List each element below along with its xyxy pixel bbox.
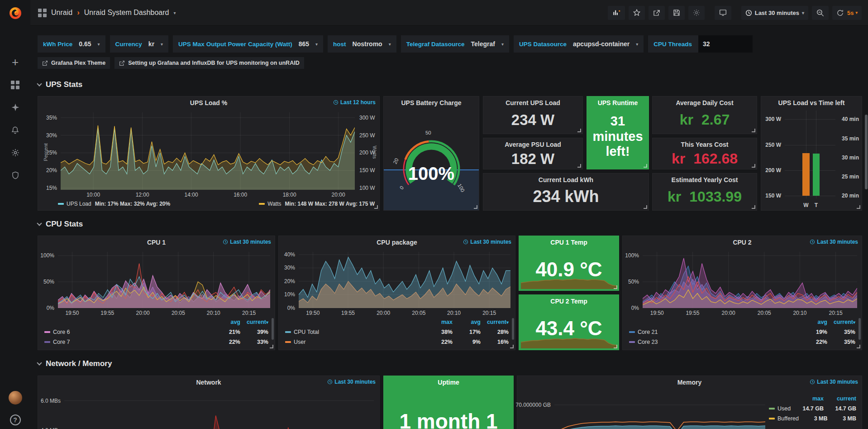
legend-header-current[interactable]: current▾	[240, 319, 268, 325]
memory-chart[interactable]: 70.000000 GB60.000000 GB50.000000 GB	[517, 388, 769, 429]
panel-title[interactable]: CPU 1	[147, 239, 166, 246]
dashboard-settings-button[interactable]	[688, 6, 705, 20]
panel-ups-load: UPS Load % Last 12 hours Percent 35%30%2…	[38, 96, 380, 211]
legend-row[interactable]: Buffered 3 MB 3 MB	[769, 414, 856, 424]
ups-load-chart[interactable]: 35%30%25%20%15%300 W250 W200 W150 W100 W…	[38, 109, 379, 199]
legend-header-max[interactable]: max	[791, 395, 824, 402]
panel-title[interactable]: Uptime	[438, 379, 459, 386]
sidebar-explore-button[interactable]	[0, 97, 30, 118]
sidebar-alerting-button[interactable]	[0, 120, 30, 140]
sidebar-create-button[interactable]: +	[0, 52, 30, 72]
panel-title[interactable]: Average Daily Cost	[676, 99, 733, 106]
cpu1-chart[interactable]: 100%50%0%19:5019:5520:0020:0520:1020:15	[38, 248, 275, 317]
section-cpu-stats[interactable]: CPU Stats	[38, 220, 83, 229]
panel-title[interactable]: UPS Runtime	[598, 99, 638, 106]
panel-time-range[interactable]: Last 30 minutes	[223, 239, 271, 245]
bar-T[interactable]	[813, 154, 820, 196]
legend-header-max[interactable]: max	[424, 319, 453, 325]
sidebar-admin-button[interactable]	[0, 165, 30, 186]
legend-scrollbar[interactable]	[858, 318, 861, 340]
battery-gauge[interactable]: 02050100100%	[384, 109, 479, 210]
panel-title[interactable]: UPS Load vs Time left	[778, 99, 845, 106]
panel-title[interactable]: Memory	[677, 379, 702, 386]
legend-row[interactable]: User 22% 9% 16%	[285, 337, 509, 347]
legend-row[interactable]: Core 6 21% 39%	[44, 327, 268, 337]
panel-time-range[interactable]: Last 30 minutes	[810, 239, 858, 245]
page-scrollbar-thumb[interactable]	[865, 115, 868, 189]
panel-title[interactable]: CPU 1 Temp	[550, 239, 587, 246]
panel-time-range[interactable]: Last 30 minutes	[810, 379, 858, 385]
sort-caret-icon: ▾	[853, 320, 855, 325]
y-tick-label: 50%	[43, 279, 54, 285]
legend-header-avg[interactable]: avg	[453, 319, 481, 325]
panel-title[interactable]: Average PSU Load	[505, 141, 561, 148]
link-grafana-plex-theme[interactable]: Grafana Plex Theme	[38, 57, 110, 69]
variable-ups-datasource[interactable]: UPS Datasource apcupsd-container ▾	[514, 35, 644, 53]
breadcrumb-folder[interactable]: Unraid	[51, 9, 72, 17]
panel-time-range[interactable]: Last 30 minutes	[327, 379, 376, 385]
help-button[interactable]: ?	[10, 415, 21, 425]
cpu-threads-input[interactable]: 32	[698, 35, 753, 53]
zoom-out-button[interactable]	[812, 6, 829, 20]
legend-row[interactable]: Core 7 22% 33%	[44, 337, 268, 347]
network-chart[interactable]: 6.0 MBs4.0 MBs2.0 MBs	[38, 388, 379, 429]
legend-scrollbar[interactable]	[512, 318, 514, 340]
legend-row[interactable]: Used 14.7 GB 14.7 GB	[769, 404, 856, 414]
page-title[interactable]: Unraid System Dashboard	[84, 9, 169, 17]
panel-title[interactable]: CPU 2	[733, 239, 751, 246]
legend-header-current[interactable]: current	[824, 395, 856, 402]
sidebar-configuration-button[interactable]	[0, 142, 30, 163]
legend-header-current[interactable]: current▾	[827, 319, 855, 325]
save-dashboard-button[interactable]	[668, 6, 685, 20]
title-caret-icon[interactable]: ▾	[173, 10, 176, 15]
panel-title[interactable]: CPU package	[377, 239, 417, 246]
variable-kwh-price[interactable]: kWh Price 0.65 ▾	[38, 35, 105, 53]
variable-ups-max-output[interactable]: UPS Max Output Power Capacity (Watt) 865…	[173, 35, 323, 53]
refresh-icon	[836, 9, 844, 17]
legend-header-avg[interactable]: avg	[799, 319, 827, 325]
legend-row[interactable]: CPU Total 38% 17% 28%	[285, 327, 509, 337]
section-ups-stats[interactable]: UPS Stats	[38, 80, 82, 89]
x-tick-label: 20:05	[412, 310, 425, 316]
user-avatar[interactable]	[9, 391, 22, 405]
legend-header-current[interactable]: current▾	[481, 319, 509, 325]
cpu2-chart[interactable]: 100%50%0%19:5019:5520:0020:0520:1020:15	[623, 248, 862, 317]
refresh-picker[interactable]: 5s ▾	[832, 6, 862, 20]
panel-title[interactable]: Network	[196, 379, 221, 386]
legend-series-name[interactable]: Watts	[267, 201, 281, 207]
cpu-package-chart[interactable]: 40%30%20%10%0%19:5019:5520:0020:0520:102…	[279, 248, 515, 317]
panel-title[interactable]: Estimated Yearly Cost	[672, 176, 738, 183]
panel-time-range[interactable]: Last 30 minutes	[463, 239, 511, 245]
share-dashboard-button[interactable]	[649, 6, 665, 20]
breadcrumb-separator-icon: ›	[77, 8, 80, 17]
ups-bar-chart[interactable]: WT300 W250 W200 W150 W40 min35 min30 min…	[761, 109, 862, 210]
time-range-picker[interactable]: Last 30 minutes ▾	[741, 6, 808, 20]
panel-title[interactable]: Current UPS Load	[506, 99, 560, 106]
legend-row[interactable]: Core 21 19% 35%	[629, 327, 855, 337]
panel-title[interactable]: UPS Battery Charge	[401, 99, 461, 106]
panel-cpu-package: CPU package Last 30 minutes 40%30%20%10%…	[278, 236, 515, 350]
grafana-logo[interactable]	[0, 0, 30, 26]
panel-cpu1: CPU 1 Last 30 minutes 100%50%0%19:5019:5…	[38, 236, 275, 350]
section-network-memory[interactable]: Network / Memory	[38, 359, 112, 368]
link-ups-monitoring-guide[interactable]: Setting up Grafana and InfluxDB for UPS …	[114, 57, 304, 69]
series-area	[64, 415, 374, 429]
variable-currency[interactable]: Currency kr ▾	[110, 35, 169, 53]
sidebar-dashboards-button[interactable]	[0, 74, 30, 95]
panel-title[interactable]: UPS Load %	[190, 99, 227, 106]
legend-header-avg[interactable]: avg	[212, 319, 240, 325]
panel-title[interactable]: Current Load kWh	[539, 176, 593, 183]
legend-scrollbar[interactable]	[272, 318, 274, 340]
variable-host[interactable]: host Nostromo ▾	[328, 35, 396, 53]
legend-row[interactable]: Core 23 22% 35%	[629, 337, 855, 347]
legend-series-name[interactable]: UPS Load	[67, 201, 91, 207]
tv-mode-button[interactable]	[715, 6, 731, 20]
star-dashboard-button[interactable]	[629, 6, 645, 20]
panel-title[interactable]: CPU 2 Temp	[550, 298, 587, 305]
add-panel-button[interactable]	[608, 6, 625, 20]
bar-W[interactable]	[802, 153, 810, 196]
variable-telegraf-datasource[interactable]: Telegraf Datasource Telegraf ▾	[401, 35, 509, 53]
panel-title[interactable]: This Years Cost	[681, 141, 729, 148]
panel-time-range[interactable]: Last 12 hours	[333, 99, 376, 106]
bar-label: W	[803, 202, 808, 208]
